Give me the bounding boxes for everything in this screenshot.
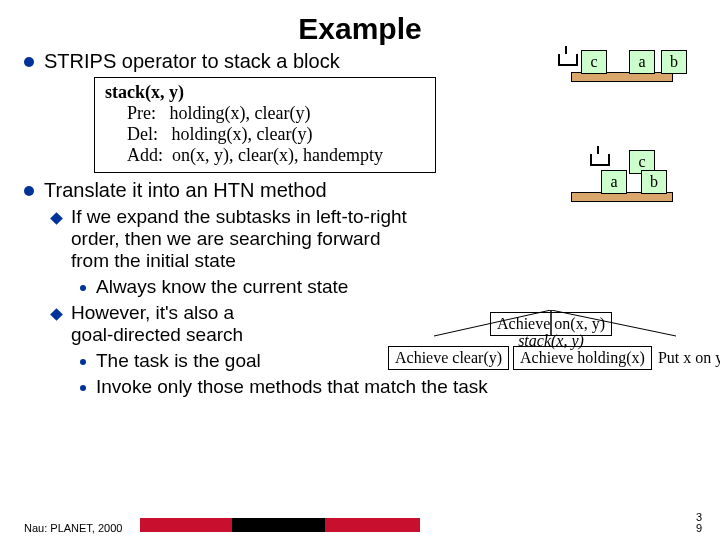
del-label: Del: — [127, 124, 158, 144]
tree-left: Achieve clear(y) — [388, 346, 509, 370]
tree-right: Put x on y — [658, 349, 720, 366]
block-a: a — [601, 170, 627, 194]
bullet-text: STRIPS operator to stack a block — [44, 50, 340, 73]
op-name: stack(x, y) — [105, 82, 425, 103]
operator-box: stack(x, y) Pre: holding(x), clear(y) De… — [94, 77, 436, 173]
bullet-expand: If we expand the subtasks in left-to-rig… — [52, 206, 696, 272]
block-b: b — [641, 170, 667, 194]
bullet-dot — [24, 186, 34, 196]
slide-title: Example — [24, 12, 696, 46]
footer-banner — [140, 518, 420, 532]
diamond-icon — [50, 308, 63, 321]
footer-credit: Nau: PLANET, 2000 — [24, 522, 122, 534]
blocks-before: c a b — [542, 50, 702, 82]
bullet-dot — [80, 385, 86, 391]
add-val: on(x, y), clear(x), handempty — [172, 145, 383, 165]
block-a: a — [629, 50, 655, 74]
add-label: Add: — [127, 145, 163, 165]
block-c: c — [581, 50, 607, 74]
bullet-text: Translate it into an HTN method — [44, 179, 327, 202]
pre-label: Pre: — [127, 103, 156, 123]
bullet-text: However, it's also a goal-directed searc… — [71, 302, 271, 346]
del-val: holding(x), clear(y) — [172, 124, 313, 144]
bullet-text: Always know the current state — [96, 276, 348, 298]
pre-val: holding(x), clear(y) — [170, 103, 311, 123]
gripper-icon — [556, 50, 576, 70]
diamond-icon — [50, 212, 63, 225]
bullet-text: If we expand the subtasks in left-to-rig… — [71, 206, 411, 272]
bullet-text: The task is the goal — [96, 350, 261, 372]
bullet-dot — [80, 359, 86, 365]
htn-tree: Achieve on(x, y) stack(x, y) Achieve cle… — [386, 310, 716, 372]
gripper-icon — [588, 150, 608, 170]
page-number: 39 — [696, 512, 702, 534]
blocks-after: c a b — [542, 150, 702, 202]
bullet-text: Invoke only those methods that match the… — [96, 376, 488, 398]
bullet-always: Always know the current state — [80, 276, 696, 298]
bullet-invoke: Invoke only those methods that match the… — [80, 376, 696, 398]
tree-center: Achieve holding(x) — [513, 346, 652, 370]
block-b: b — [661, 50, 687, 74]
bullet-dot — [24, 57, 34, 67]
bullet-dot — [80, 285, 86, 291]
